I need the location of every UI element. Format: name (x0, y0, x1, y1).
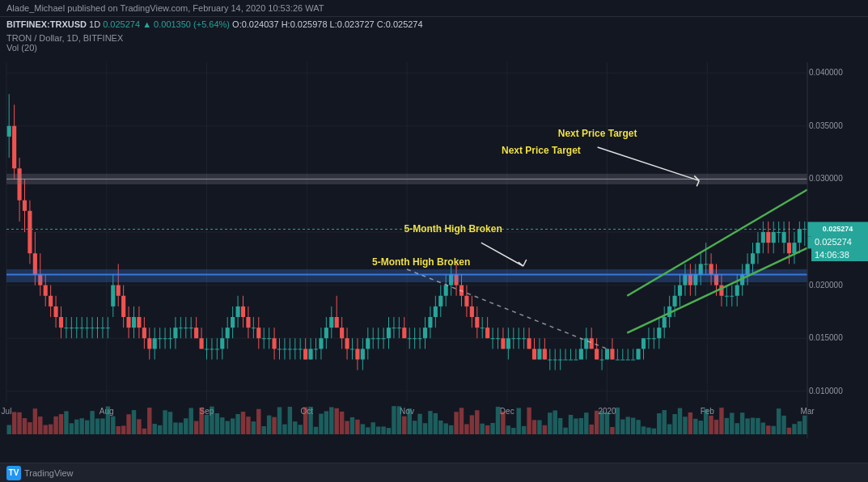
time-label-header: 10:53:26 WAT (268, 3, 324, 13)
ticker-open: 0.024037 (242, 19, 279, 29)
header: Alade_Michael published on TradingView.c… (0, 0, 868, 54)
ticker-low: 0.023727 (337, 19, 375, 29)
brand-name: TradingView (24, 468, 74, 478)
ticker-close: 0.025274 (386, 19, 423, 29)
chart-title-text: TRON / Dollar, 1D, BITFINEX (6, 33, 123, 43)
platform-label: TradingView.com (120, 3, 188, 13)
current-time-label: 14:06:38 (811, 248, 868, 261)
next-price-target-label: Next Price Target (502, 145, 581, 156)
ticker-price: 0.025274 (103, 19, 140, 29)
author-label: Alade_Michael (6, 3, 65, 13)
current-price-label: 0.025274 (811, 235, 868, 248)
bottom-bar: TV TradingView (0, 463, 868, 482)
ticker-symbol: BITFINEX:TRXUSD (6, 19, 87, 29)
ticker-timeframe: 1D (89, 19, 100, 29)
ticker-high: 0.025978 (290, 19, 328, 29)
tv-logo-icon: TV (6, 466, 21, 480)
chart-subtitle-text: Vol (20) (6, 43, 37, 53)
five-month-high-label: 5-Month High Broken (372, 256, 470, 268)
date-label: February 14, 2020 (193, 3, 265, 13)
chart-area[interactable]: 0.025274 14:06:38 Next Price Target 5-Mo… (0, 54, 868, 450)
ticker-change-abs: ▲ 0.001350 (142, 19, 191, 29)
ticker-change-pct: (+5.64%) (193, 19, 230, 29)
tradingview-logo: TV TradingView (6, 466, 74, 480)
